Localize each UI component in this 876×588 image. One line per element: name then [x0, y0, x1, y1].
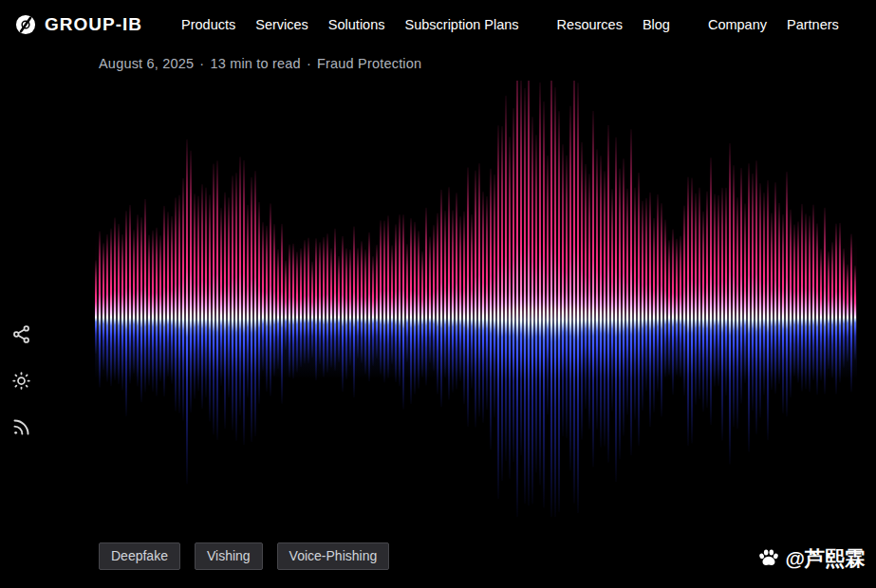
nav-services[interactable]: Services — [255, 17, 308, 32]
brand[interactable]: GROUP-IB — [15, 14, 142, 35]
meta-separator: · — [307, 56, 311, 71]
tag-list: Deepfake Vishing Voice-Phishing — [99, 542, 389, 570]
nav-resources[interactable]: Resources — [557, 17, 623, 32]
group-ib-logo-icon — [15, 14, 36, 35]
nav-subscription-plans[interactable]: Subscription Plans — [405, 17, 519, 32]
nav-blog[interactable]: Blog — [643, 17, 670, 32]
category-link[interactable]: Fraud Protection — [317, 56, 421, 71]
paw-icon — [756, 546, 781, 571]
rss-icon — [11, 417, 31, 437]
article-date: August 6, 2025 — [99, 56, 194, 71]
article-meta: August 6, 2025 · 13 min to read · Fraud … — [99, 56, 421, 71]
top-nav-bar: GROUP-IB Products Services Solutions Sub… — [0, 0, 876, 49]
nav-solutions[interactable]: Solutions — [328, 17, 385, 32]
rss-button[interactable] — [11, 417, 31, 437]
brand-name[interactable]: GROUP-IB — [45, 14, 142, 35]
read-time: 13 min to read — [210, 56, 301, 71]
tag-vishing[interactable]: Vishing — [195, 542, 263, 570]
left-action-rail — [11, 324, 31, 437]
share-icon — [11, 324, 31, 344]
brightness-icon — [11, 371, 31, 391]
nav-partners[interactable]: Partners — [787, 17, 839, 32]
main-nav: Products Services Solutions Subscription… — [181, 17, 859, 32]
meta-separator: · — [199, 56, 204, 71]
tag-deepfake[interactable]: Deepfake — [99, 542, 180, 570]
watermark: @芦熙霖 — [756, 545, 865, 572]
theme-toggle-button[interactable] — [11, 371, 31, 391]
nav-products[interactable]: Products — [181, 17, 235, 32]
share-button[interactable] — [11, 324, 31, 344]
nav-company[interactable]: Company — [708, 17, 767, 32]
hero-waveform-image — [95, 81, 857, 526]
watermark-handle: @芦熙霖 — [786, 545, 865, 572]
tag-voice-phishing[interactable]: Voice-Phishing — [277, 542, 390, 570]
